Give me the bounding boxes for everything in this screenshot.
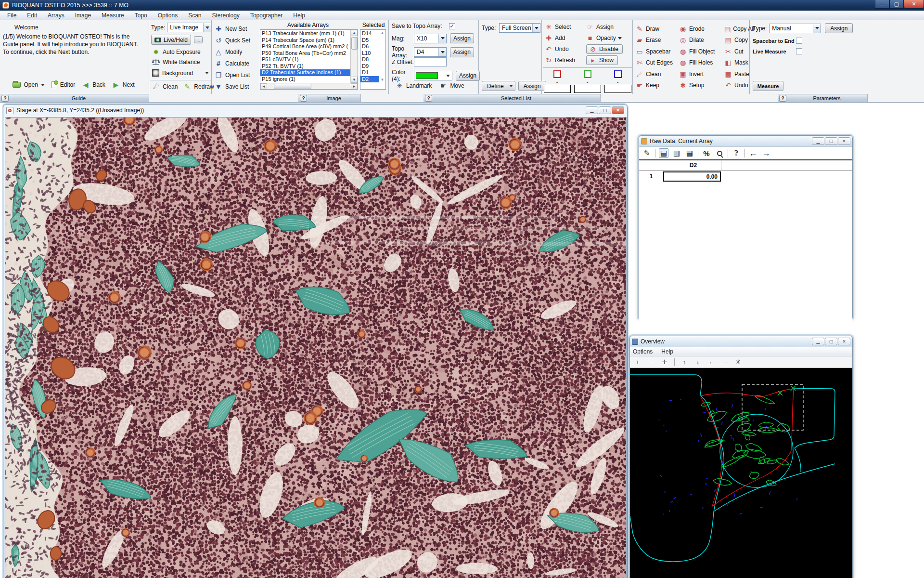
- minimize-button[interactable]: —: [875, 0, 889, 9]
- menu-help[interactable]: Help: [288, 11, 310, 20]
- roi-type-combo[interactable]: Full Screen: [499, 23, 540, 33]
- multi-list-view-icon[interactable]: ▥: [672, 148, 681, 158]
- histology-image[interactable]: [5, 117, 627, 578]
- red-threshold-box[interactable]: [553, 70, 561, 78]
- next-button[interactable]: ▶ Next: [112, 81, 135, 89]
- move-button[interactable]: ☛ Move: [439, 82, 464, 90]
- live-held-button[interactable]: Live/Held: [151, 35, 191, 45]
- show-button[interactable]: ▸ Show: [586, 55, 618, 65]
- open-button[interactable]: Open: [13, 81, 44, 88]
- white-balance-button[interactable]: White Balance: [152, 59, 200, 66]
- list-item[interactable]: P51 cBV/TV (1): [260, 56, 350, 63]
- parameters-help-button[interactable]: ?: [779, 95, 786, 102]
- move-right-icon[interactable]: →: [721, 358, 729, 366]
- grid-view-icon[interactable]: ▦: [685, 148, 694, 158]
- column-header[interactable]: D2: [666, 162, 721, 169]
- clean-button[interactable]: ☄ Clean: [152, 83, 178, 91]
- menu-measure[interactable]: Measure: [96, 11, 129, 20]
- new-set-button[interactable]: ✚New Set: [215, 23, 250, 34]
- edit-cell-icon[interactable]: ✎: [642, 148, 652, 158]
- list-item[interactable]: P49 Cortical Bone Area (cBV) mm2 (: [260, 43, 350, 50]
- erode-button[interactable]: ◉Erode: [679, 23, 723, 35]
- horizontal-scrollbar[interactable]: ◄ ►: [260, 83, 358, 90]
- green-threshold-input[interactable]: [574, 85, 601, 93]
- close-button[interactable]: ✕: [904, 0, 924, 9]
- z-offset-input[interactable]: [414, 57, 447, 66]
- list-item[interactable]: D5: [360, 37, 379, 44]
- prev-array-icon[interactable]: ←: [748, 148, 758, 158]
- maximize-button[interactable]: ▢: [599, 106, 611, 114]
- clean-button-editing[interactable]: ☄Clean: [636, 68, 678, 80]
- minimize-button[interactable]: ▁: [812, 137, 824, 145]
- magnifier-icon[interactable]: [715, 148, 724, 158]
- scroll-down-button[interactable]: ▼: [351, 77, 358, 83]
- selected-listbox[interactable]: D14 D5 D6 L10 D8 D9 D1 D2 ▲ ▼: [360, 29, 386, 90]
- overview-map[interactable]: [630, 368, 852, 578]
- list-item[interactable]: P14 Trabecular Space (um) (1): [260, 37, 350, 44]
- maximize-button[interactable]: ▢: [889, 0, 904, 9]
- scroll-up-button[interactable]: ▲: [351, 30, 358, 36]
- vertical-scrollbar[interactable]: ▲ ▼: [350, 30, 358, 83]
- overview-menu-options[interactable]: Options: [633, 348, 653, 355]
- close-button[interactable]: ✕: [838, 338, 850, 345]
- list-item[interactable]: D14: [360, 30, 379, 37]
- menu-edit[interactable]: Edit: [22, 11, 42, 20]
- measurement-type-combo[interactable]: Manual: [769, 24, 821, 33]
- blue-threshold-box[interactable]: [614, 70, 622, 78]
- threshold-refresh-button[interactable]: ↻ Refresh: [545, 56, 575, 64]
- invert-button[interactable]: ▣Invert: [679, 68, 723, 80]
- percent-lock-icon[interactable]: %: [702, 148, 711, 158]
- live-measure-checkbox[interactable]: [796, 48, 802, 54]
- pan-icon[interactable]: ✛: [661, 358, 668, 366]
- green-threshold-box[interactable]: [584, 70, 591, 78]
- list-item-selected[interactable]: D2: [360, 76, 379, 83]
- single-list-view-icon[interactable]: ▤: [659, 148, 668, 158]
- minimize-button[interactable]: ▁: [586, 106, 598, 114]
- live-held-options-button[interactable]: ...: [194, 36, 203, 43]
- landmark-button[interactable]: ✳ Landmark: [396, 82, 432, 90]
- redraw-button[interactable]: ✎ Redraw: [183, 83, 214, 91]
- list-item-selected[interactable]: D2 Trabecular Surface Indices (1): [260, 69, 350, 76]
- threshold-select-button[interactable]: ✳ Select: [545, 23, 571, 31]
- color-assign-button[interactable]: Assign: [456, 71, 480, 81]
- guide-help-button[interactable]: ?: [1, 95, 9, 102]
- menu-image[interactable]: Image: [70, 11, 96, 20]
- cut-edges-button[interactable]: ✄Cut Edges: [636, 57, 678, 69]
- image-help-button[interactable]: ?: [300, 95, 307, 102]
- center-icon[interactable]: ✳: [734, 358, 742, 366]
- menu-topographer[interactable]: Topographer: [245, 11, 288, 20]
- app-titlebar[interactable]: BIOQUANT OSTEO 2015 >>> 3539 :: 7 MO — ▢…: [0, 0, 924, 11]
- active-cell[interactable]: 0.00: [663, 171, 721, 182]
- zoom-out-icon[interactable]: −: [647, 358, 655, 366]
- menu-stereology[interactable]: Stereology: [207, 11, 245, 20]
- erase-button[interactable]: ▰Erase: [636, 35, 678, 46]
- help-icon[interactable]: ?: [732, 148, 741, 158]
- stage-window-titlebar[interactable]: Stage at X=-9385.8, Y=2435.2 ((Unsaved I…: [3, 105, 627, 116]
- list-item[interactable]: D8: [360, 56, 379, 63]
- scroll-thumb[interactable]: [351, 37, 358, 50]
- move-left-icon[interactable]: ←: [707, 358, 715, 366]
- dilate-button[interactable]: ◎Dilate: [679, 35, 723, 46]
- threshold-undo-button[interactable]: ↶ Undo: [545, 45, 569, 53]
- move-up-icon[interactable]: ↑: [680, 358, 688, 366]
- keep-button[interactable]: ☛Keep: [636, 80, 678, 92]
- threshold-add-button[interactable]: ✚ Add: [545, 34, 565, 42]
- topo-array-combo[interactable]: D4: [414, 47, 447, 57]
- threshold-assign-button[interactable]: ☞ Assign: [586, 23, 614, 31]
- image-type-combo[interactable]: Live Image: [167, 23, 211, 32]
- scroll-thumb[interactable]: [274, 84, 311, 89]
- scroll-up-button[interactable]: ▲: [381, 31, 385, 35]
- close-button[interactable]: ✕: [838, 137, 850, 145]
- back-button[interactable]: ◀ Back: [82, 81, 105, 89]
- red-threshold-input[interactable]: [544, 85, 571, 93]
- overview-menu-help[interactable]: Help: [661, 348, 673, 355]
- spacebar-to-end-checkbox[interactable]: [796, 38, 802, 44]
- next-array-icon[interactable]: →: [761, 148, 771, 158]
- mag-assign-button[interactable]: Assign: [450, 33, 474, 43]
- raw-data-titlebar[interactable]: Raw Data: Current Array ▁ ▢ ✕: [639, 136, 852, 147]
- modify-button[interactable]: △Modify: [215, 46, 250, 57]
- minimize-button[interactable]: ▁: [812, 338, 824, 345]
- list-item[interactable]: D6: [360, 43, 379, 50]
- row-number[interactable]: 1: [644, 173, 658, 180]
- fill-holes-button[interactable]: ◍Fill Holes: [679, 57, 723, 69]
